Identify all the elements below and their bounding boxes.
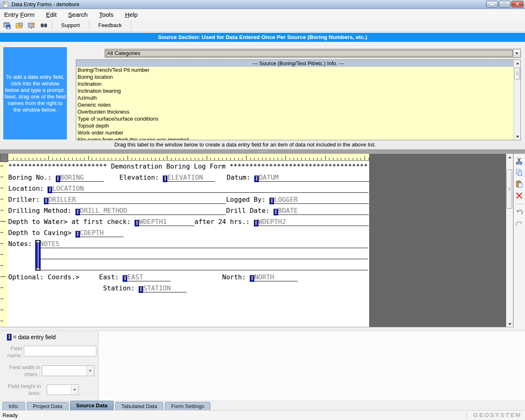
open-form-button[interactable] (14, 21, 25, 30)
form-scrollbar[interactable] (506, 154, 513, 327)
field-width-dropdown[interactable] (42, 365, 94, 376)
ruler-tick (128, 156, 128, 160)
ruler-tick (301, 158, 302, 160)
tab-project-data[interactable]: Project Data (27, 402, 68, 410)
undo-icon (516, 209, 523, 216)
ruler-tick (13, 158, 14, 160)
dropdown-arrow-button[interactable] (513, 50, 520, 57)
scrollbar-thumb[interactable] (507, 169, 512, 209)
drag-label[interactable]: Drag this label to the window below to c… (0, 141, 525, 149)
cut-button[interactable] (515, 156, 524, 166)
form-line: Depth to Water> at first check: IWDEPTH1… (8, 216, 368, 227)
copy-icon (516, 169, 523, 176)
list-item[interactable]: Boring/Trench/Test Pit number (76, 67, 520, 74)
menu-item-help[interactable]: Help (121, 10, 142, 19)
ruler-tick (341, 158, 341, 160)
support-button[interactable]: Support (55, 21, 87, 30)
list-item[interactable]: Work order number (76, 130, 520, 137)
ruler-tick (274, 158, 274, 160)
splitter-bar[interactable] (0, 149, 525, 154)
scroll-down-button[interactable] (506, 321, 513, 327)
list-item[interactable]: Boring location (76, 74, 520, 81)
ruler-tick (333, 158, 333, 160)
list-item[interactable]: Inclination bearing (76, 88, 520, 95)
form-line: ************************* Demonstration … (8, 161, 368, 172)
arrow-down-icon (508, 323, 511, 325)
ruler-tick (195, 158, 195, 160)
ruler-tick (52, 158, 53, 160)
list-item[interactable]: Type of surface/surface conditions (76, 116, 520, 123)
redo-button[interactable] (515, 219, 524, 229)
delete-icon (516, 192, 523, 199)
restore-button[interactable]: ❐ (499, 1, 511, 7)
ruler-tick (297, 158, 298, 160)
list-item[interactable]: File name from which this source was imp… (76, 137, 520, 140)
find-button[interactable] (39, 21, 49, 30)
panel-right-area (98, 331, 525, 401)
ruler-tick (282, 158, 282, 160)
form-label: Depth to Water> at first check: (8, 218, 135, 226)
scroll-down-button[interactable] (514, 133, 521, 140)
form-label: Datum: (215, 173, 254, 181)
paste-button[interactable] (515, 179, 524, 189)
ruler-tick (0, 166, 3, 166)
list-item[interactable]: Azimuth (76, 95, 520, 102)
ruler-tick (357, 158, 357, 160)
notes-field-marker (35, 240, 41, 271)
tab-info[interactable]: Info. (2, 402, 25, 410)
ruler-tick (163, 158, 164, 160)
delete-button[interactable] (515, 191, 524, 201)
minimize-button[interactable]: ▬ (486, 1, 498, 7)
ruler-tick (80, 158, 80, 160)
form-label: after 24 hrs.: (194, 218, 254, 226)
tab-form-settings[interactable]: Form Settings (165, 402, 210, 410)
ruler-tick (238, 158, 239, 160)
feedback-button[interactable]: Feedback (92, 21, 128, 30)
dropdown-arrow-button[interactable] (87, 366, 94, 375)
tab-source-data[interactable]: Source Data (70, 401, 114, 410)
field-name-input[interactable] (24, 346, 96, 356)
ruler-tick (0, 276, 6, 277)
ruler-tick (349, 158, 349, 160)
new-form-button[interactable] (26, 21, 37, 30)
ruler-tick (0, 321, 3, 321)
menu-item-edit[interactable]: Edit (42, 10, 61, 19)
ruler-tick (92, 158, 92, 160)
menu-item-tools[interactable]: Tools (95, 10, 118, 19)
ruler-tick (135, 158, 136, 160)
menu-item-search[interactable]: Search (64, 10, 92, 19)
scrollbar-thumb[interactable] (514, 67, 520, 80)
category-dropdown[interactable]: All Categories (105, 49, 521, 58)
status-text: Ready (2, 412, 18, 418)
form-page[interactable]: ************************* Demonstration … (7, 161, 369, 327)
list-item[interactable]: Topsoil depth (76, 123, 520, 130)
ruler-tick (222, 158, 223, 160)
close-button[interactable]: ✕ (511, 1, 523, 7)
form-label: Depth to Caving> (8, 229, 75, 237)
dropdown-arrow-button[interactable] (71, 385, 78, 394)
toolbar-separator (52, 21, 52, 30)
form-field: DATUM (259, 173, 369, 182)
list-item[interactable]: Overburden thickness (76, 109, 520, 116)
field-marker-icon: I (56, 176, 60, 182)
ruler-tick (230, 158, 231, 160)
ruler-tick (199, 158, 199, 160)
undo-button[interactable] (515, 208, 524, 217)
scroll-up-button[interactable] (514, 60, 521, 66)
field-height-dropdown[interactable] (47, 384, 79, 395)
save-form-button[interactable] (2, 21, 12, 30)
tab-tabulated-data[interactable]: Tabulated Data (115, 402, 163, 410)
field-list-scrollbar[interactable] (514, 60, 520, 140)
ruler-tick (226, 158, 227, 160)
copy-button[interactable] (515, 168, 524, 178)
ruler-tick (0, 265, 3, 266)
marker-legend: I = data entry field (7, 334, 56, 340)
ruler-tick (234, 158, 235, 160)
ruler-tick (151, 158, 152, 160)
menu-item-entry-form[interactable]: Entry Form (0, 10, 39, 19)
list-item[interactable]: Inclination (76, 81, 520, 88)
scroll-up-button[interactable] (506, 154, 513, 160)
ruler-tick (76, 158, 77, 160)
list-item[interactable]: Generic notes (76, 102, 520, 109)
ruler-tick (88, 156, 89, 160)
